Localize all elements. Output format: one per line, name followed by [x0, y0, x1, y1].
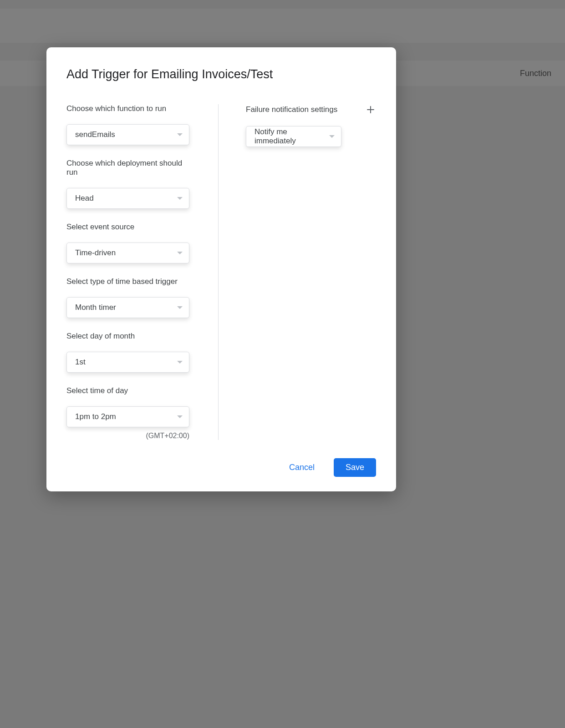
label-failure: Failure notification settings [246, 105, 337, 114]
select-trigger-type-value: Month timer [75, 303, 116, 312]
field-deployment: Choose which deployment should run Head [66, 159, 193, 209]
field-event-source: Select event source Time-driven [66, 222, 193, 263]
select-event-source-value: Time-driven [75, 248, 116, 258]
select-deployment-value: Head [75, 194, 94, 203]
select-time-of-day[interactable]: 1pm to 2pm [66, 406, 189, 427]
caret-down-icon [177, 415, 183, 418]
caret-down-icon [329, 135, 335, 138]
caret-down-icon [177, 252, 183, 254]
select-deployment[interactable]: Head [66, 188, 189, 209]
select-day-of-month[interactable]: 1st [66, 352, 189, 373]
field-time-of-day: Select time of day 1pm to 2pm (GMT+02:00… [66, 386, 193, 440]
background-bar [0, 9, 565, 43]
label-day-of-month: Select day of month [66, 332, 193, 341]
modal-body: Choose which function to run sendEmails … [66, 104, 376, 440]
modal-right-column: Failure notification settings Notify me … [246, 104, 376, 440]
field-function: Choose which function to run sendEmails [66, 104, 193, 145]
modal-left-column: Choose which function to run sendEmails … [66, 104, 219, 440]
add-trigger-modal: Add Trigger for Emailing Invoices/Test C… [46, 47, 396, 491]
label-function: Choose which function to run [66, 104, 193, 113]
label-deployment: Choose which deployment should run [66, 159, 193, 177]
modal-title: Add Trigger for Emailing Invoices/Test [66, 67, 376, 81]
timezone-note: (GMT+02:00) [66, 432, 189, 440]
caret-down-icon [177, 306, 183, 309]
select-failure-value: Notify me immediately [255, 127, 329, 146]
select-day-of-month-value: 1st [75, 358, 86, 367]
field-trigger-type: Select type of time based trigger Month … [66, 277, 193, 318]
select-event-source[interactable]: Time-driven [66, 243, 189, 263]
label-event-source: Select event source [66, 222, 193, 232]
caret-down-icon [177, 133, 183, 136]
bg-function-label: Function [520, 69, 551, 78]
select-trigger-type[interactable]: Month timer [66, 297, 189, 318]
add-notification-button[interactable] [365, 104, 376, 115]
failure-header: Failure notification settings [246, 104, 376, 115]
caret-down-icon [177, 361, 183, 364]
field-day-of-month: Select day of month 1st [66, 332, 193, 373]
save-button[interactable]: Save [334, 458, 376, 477]
cancel-button[interactable]: Cancel [284, 459, 320, 476]
select-failure-notification[interactable]: Notify me immediately [246, 126, 341, 147]
modal-footer: Cancel Save [66, 458, 376, 477]
label-time-of-day: Select time of day [66, 386, 193, 395]
select-function[interactable]: sendEmails [66, 124, 189, 145]
label-trigger-type: Select type of time based trigger [66, 277, 193, 286]
caret-down-icon [177, 197, 183, 200]
select-function-value: sendEmails [75, 130, 115, 139]
plus-icon [366, 105, 375, 114]
select-time-of-day-value: 1pm to 2pm [75, 412, 116, 421]
